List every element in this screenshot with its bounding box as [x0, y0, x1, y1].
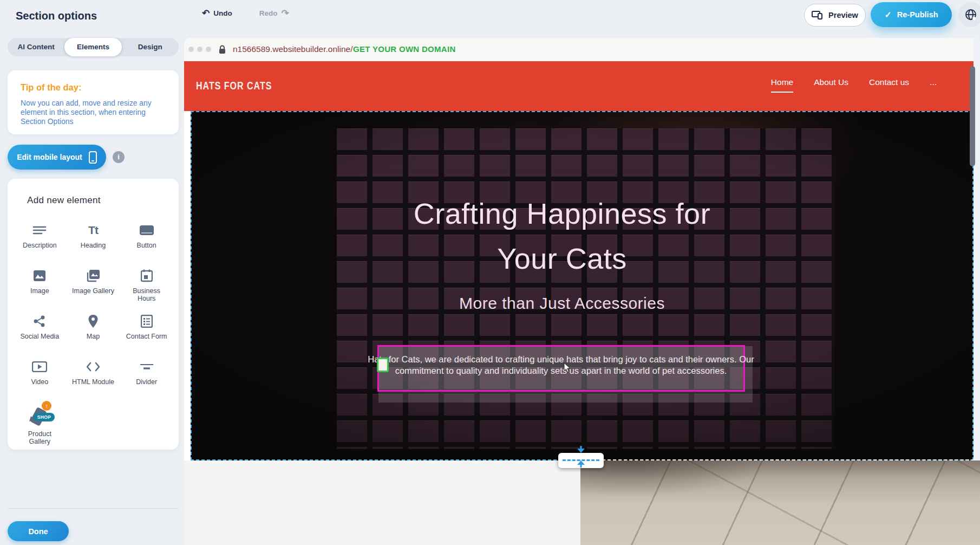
- element-grid: Description Tt Heading Button Ima: [13, 215, 173, 445]
- heading-icon: Tt: [88, 222, 98, 238]
- image-icon: [33, 268, 46, 284]
- tip-title: Tip of the day:: [21, 82, 81, 93]
- hero-subheading[interactable]: More than Just Accessories: [389, 294, 735, 313]
- hero-heading[interactable]: Crafting Happiness for Your Cats: [389, 191, 735, 281]
- element-social-media[interactable]: Social Media: [13, 306, 67, 349]
- address-url[interactable]: n1566589.websitebuilder.online/: [233, 44, 352, 54]
- description-icon: [32, 222, 47, 238]
- redo-label: Redo: [259, 9, 278, 17]
- window-dot-1: [188, 47, 194, 52]
- redo-icon: ↷: [282, 9, 289, 18]
- element-divider[interactable]: Divider: [120, 351, 173, 394]
- get-domain-link[interactable]: GET YOUR OWN DOMAIN: [353, 44, 456, 54]
- window-dot-2: [197, 47, 202, 52]
- site-logo[interactable]: HATS FOR CATS: [196, 79, 272, 92]
- product-gallery-icon: ↑ SHOP: [28, 404, 51, 427]
- tab-design[interactable]: Design: [122, 38, 179, 56]
- website-builder-app: ↶ Undo Redo ↷ Preview ✓ Re-Publish: [0, 0, 980, 545]
- site-nav: Home About Us Contact us ...: [771, 77, 937, 93]
- map-icon: [88, 313, 99, 329]
- devices-icon: [812, 11, 824, 20]
- divider-icon: [140, 359, 154, 375]
- element-html-module[interactable]: HTML Module: [67, 351, 120, 394]
- nav-item-home[interactable]: Home: [771, 77, 793, 93]
- lock-icon: [219, 45, 226, 54]
- tip-card: Tip of the day: Now you can add, move an…: [8, 70, 179, 134]
- preview-button[interactable]: Preview: [804, 4, 866, 27]
- section-divider-dashes: [580, 459, 980, 460]
- undo-label: Undo: [213, 9, 232, 17]
- html-module-icon: [86, 359, 100, 375]
- republish-label: Re-Publish: [897, 10, 938, 19]
- paved-floor-image: [580, 460, 980, 545]
- upgrade-badge-icon: ↑: [42, 401, 51, 411]
- sidebar-divider: [8, 508, 179, 509]
- info-icon[interactable]: i: [113, 151, 125, 163]
- browser-chrome-bar: n1566589.websitebuilder.online/ GET YOUR…: [184, 38, 980, 61]
- next-section[interactable]: [184, 460, 980, 545]
- element-map[interactable]: Map: [67, 306, 120, 349]
- element-description[interactable]: Description: [13, 215, 67, 258]
- undo-icon: ↶: [202, 9, 210, 18]
- section-options-panel: Section options AI Content Elements Desi…: [0, 0, 184, 545]
- arrow-up-icon: [577, 460, 585, 468]
- element-heading[interactable]: Tt Heading: [67, 215, 120, 258]
- element-product-gallery[interactable]: ↑ SHOP Product Gallery: [13, 397, 67, 445]
- scrollbar-thumb[interactable]: [970, 66, 975, 166]
- window-dot-3: [206, 47, 211, 52]
- business-hours-icon: [141, 268, 153, 284]
- social-media-icon: [33, 313, 46, 329]
- element-drag-handle[interactable]: [377, 358, 389, 372]
- button-icon: [139, 222, 154, 238]
- panel-title: Section options: [16, 10, 97, 22]
- language-globe-button[interactable]: [958, 2, 980, 27]
- check-icon: ✓: [884, 10, 891, 20]
- nav-more-ellipsis[interactable]: ...: [930, 77, 937, 93]
- element-button[interactable]: Button: [120, 215, 173, 258]
- contact-form-icon: [141, 313, 153, 329]
- section-resize-handle[interactable]: [558, 453, 604, 468]
- panel-tabs: AI Content Elements Design: [8, 38, 179, 56]
- element-contact-form[interactable]: Contact Form: [120, 306, 173, 349]
- site-preview-window: n1566589.websitebuilder.online/ GET YOUR…: [184, 38, 980, 545]
- republish-button[interactable]: ✓ Re-Publish: [871, 2, 952, 27]
- video-icon: [32, 359, 47, 375]
- element-video[interactable]: Video: [13, 351, 67, 394]
- phone-icon: [89, 151, 97, 164]
- element-image-gallery[interactable]: Image Gallery: [67, 260, 120, 303]
- element-image[interactable]: Image: [13, 260, 67, 303]
- redo-button[interactable]: Redo ↷: [259, 9, 289, 18]
- globe-icon: [964, 8, 977, 21]
- element-business-hours[interactable]: Business Hours: [120, 260, 173, 303]
- nav-item-about[interactable]: About Us: [814, 77, 848, 93]
- tab-ai-content[interactable]: AI Content: [8, 38, 64, 56]
- tip-body: Now you can add, move and resize any ele…: [21, 99, 166, 126]
- add-element-card: Add new element Description Tt Heading: [8, 179, 179, 450]
- hero-paragraph[interactable]: Hats for Cats, we are dedicated to craft…: [363, 354, 759, 376]
- hero-section-selected[interactable]: Crafting Happiness for Your Cats More th…: [191, 111, 974, 460]
- image-gallery-icon: [86, 268, 100, 284]
- edit-mobile-label: Edit mobile layout: [17, 153, 82, 161]
- nav-item-contact[interactable]: Contact us: [869, 77, 909, 93]
- preview-label: Preview: [828, 11, 858, 20]
- site-header[interactable]: HATS FOR CATS Home About Us Contact us .…: [184, 61, 974, 111]
- arrow-down-icon: [577, 446, 585, 453]
- edit-mobile-layout-button[interactable]: Edit mobile layout: [8, 145, 106, 170]
- undo-button[interactable]: ↶ Undo: [202, 9, 232, 18]
- shop-badge: SHOP: [34, 413, 55, 421]
- add-element-title: Add new element: [27, 195, 101, 206]
- done-button[interactable]: Done: [8, 521, 69, 541]
- tab-elements[interactable]: Elements: [64, 38, 121, 56]
